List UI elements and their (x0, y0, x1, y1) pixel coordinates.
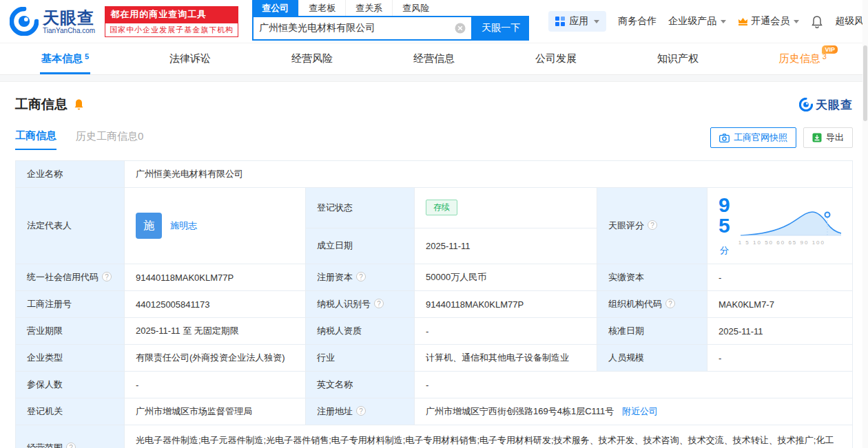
tab-label: 知识产权 (657, 52, 699, 65)
apps-menu-label: 应用 (569, 15, 588, 28)
official-snapshot-button[interactable]: 工商官网快照 (710, 127, 796, 148)
help-icon[interactable]: ? (648, 220, 657, 230)
header-menu: 应用 商务合作 企业级产品 开通会员 超级风... (548, 11, 868, 32)
help-icon[interactable]: ? (102, 272, 112, 281)
org-code-label: 组织机构代码 (608, 299, 662, 309)
score-unit: 分 (720, 245, 729, 255)
tab-intellectual-property[interactable]: 知识产权 (656, 43, 700, 74)
scrollbar[interactable] (862, 0, 868, 448)
search-tab-risk[interactable]: 查风险 (392, 0, 439, 16)
help-icon[interactable]: ? (356, 272, 366, 281)
clear-icon[interactable] (455, 23, 466, 34)
tianyancha-logo[interactable]: 天眼查 TianYanCha.com (10, 7, 95, 36)
menu-vip[interactable]: 开通会员 (738, 15, 799, 28)
tab-operation-info[interactable]: 经营信息 (412, 43, 456, 74)
search-box (252, 16, 473, 41)
reg-capital-label-cell: 注册资本? (306, 264, 415, 291)
chevron-down-icon (721, 20, 726, 23)
section-divider (0, 75, 868, 82)
tab-label: 经营风险 (291, 52, 333, 65)
tab-label: 历史信息 (779, 52, 820, 65)
legal-rep-link[interactable]: 施明志 (170, 220, 197, 232)
notification-bell-icon[interactable] (811, 15, 823, 28)
chevron-down-icon (794, 20, 799, 23)
scrollbar-thumb[interactable] (863, 45, 867, 121)
menu-cooperation[interactable]: 商务合作 (618, 15, 657, 28)
score-number: 95 (719, 193, 730, 237)
business-info-table: 企业名称 广州恒美光电材料有限公司 法定代表人 施 施明志 登记状态 存续 天眼… (15, 160, 853, 448)
reg-status-label: 登记状态 (306, 188, 415, 228)
legal-rep-label: 法定代表人 (16, 188, 125, 264)
reg-number-value: 440125005841173 (125, 291, 306, 318)
top-header: 天眼查 TianYanCha.com 都在用的商业查询工具 国家中小企业发展子基… (0, 0, 868, 43)
menu-enterprise[interactable]: 企业级产品 (668, 15, 726, 28)
tab-legal-litigation[interactable]: 法律诉讼 (168, 43, 212, 74)
score-sparkline: 1 5 10 50 60 65 90 100 (738, 206, 843, 246)
tab-count: 5 (85, 52, 89, 61)
menu-enterprise-label: 企业级产品 (668, 15, 716, 28)
tianyancha-watermark: 天眼查 (799, 97, 853, 113)
tab-basic-info[interactable]: 基本信息5 (40, 43, 90, 74)
search-tab-boss[interactable]: 查老板 (298, 0, 345, 16)
apps-menu[interactable]: 应用 (548, 11, 606, 32)
brand-name: 天眼查 (43, 9, 95, 27)
search-input[interactable] (259, 23, 455, 34)
apps-grid-icon (555, 17, 565, 26)
crown-icon (738, 17, 748, 26)
status-badge: 存续 (426, 200, 457, 215)
help-icon[interactable]: ? (356, 406, 366, 416)
company-name-value: 广州恒美光电材料有限公司 (125, 161, 853, 188)
tab-operation-risk[interactable]: 经营风险 (290, 43, 334, 74)
score-cell: 95分 1 5 10 50 60 65 90 100 (707, 188, 853, 264)
insured-count-value: - (125, 372, 306, 398)
export-button[interactable]: 导出 (803, 127, 853, 148)
tianyancha-eye-icon (799, 98, 813, 111)
slogan-line1: 都在用的商业查询工具 (105, 6, 238, 23)
help-icon[interactable]: ? (66, 442, 76, 448)
search-tab-relation[interactable]: 查关系 (345, 0, 392, 16)
snapshot-button-label: 工商官网快照 (734, 131, 787, 144)
score-curve-chart (738, 206, 843, 237)
english-name-label: 英文名称 (306, 372, 415, 398)
reg-address-cell: 广州市增城区宁西街创强路169号4栋1层C111号 附近公司 (415, 398, 853, 425)
taxpayer-id-label: 纳税人识别号 (317, 299, 371, 309)
search-block: 查公司 查老板 查关系 查风险 天眼一下 (252, 0, 529, 41)
score-value: 95分 (719, 195, 730, 257)
reg-authority-value: 广州市增城区市场监督管理局 (125, 398, 306, 425)
tab-count: 3 (823, 52, 827, 61)
chevron-down-icon (594, 20, 599, 23)
subtab-business-info[interactable]: 工商信息 (15, 129, 56, 150)
credit-code-value: 91440118MAK0KLM77P (125, 264, 306, 291)
credit-code-label-cell: 统一社会信用代码? (16, 264, 125, 291)
search-tab-company[interactable]: 查公司 (252, 0, 298, 16)
notice-bell-icon[interactable] (73, 98, 85, 111)
approval-date-value: 2025-11-11 (707, 318, 853, 345)
org-code-value: MAK0KLM7-7 (707, 291, 853, 318)
business-info-subtabs: 工商信息 历史工商信息0 工商官网快照 导出 (15, 127, 853, 152)
reg-capital-value: 50000万人民币 (415, 264, 597, 291)
english-name-value: - (415, 372, 853, 398)
tab-history-info[interactable]: VIP 历史信息3 (778, 43, 828, 74)
business-term-label: 营业期限 (16, 318, 125, 345)
score-axis-ticks: 1 5 10 50 60 65 90 100 (738, 239, 843, 246)
est-date-value: 2025-11-11 (415, 228, 597, 264)
nearby-companies-link[interactable]: 附近公司 (622, 406, 658, 416)
company-name-label: 企业名称 (16, 161, 125, 188)
legal-rep-avatar[interactable]: 施 (136, 213, 162, 239)
company-type-value: 有限责任公司(外商投资企业法人独资) (125, 345, 306, 372)
score-label: 天眼评分 (608, 220, 644, 231)
subtab-history-business-info[interactable]: 历史工商信息0 (76, 130, 143, 149)
menu-cooperation-label: 商务合作 (618, 15, 657, 28)
help-icon[interactable]: ? (665, 299, 675, 308)
industry-label: 行业 (306, 345, 415, 372)
watermark-label: 天眼查 (816, 97, 853, 113)
slogan-badge: 都在用的商业查询工具 国家中小企业发展子基金旗下机构 (105, 6, 238, 37)
help-icon[interactable]: ? (374, 299, 384, 308)
score-label-cell: 天眼评分? (597, 188, 707, 264)
tab-company-development[interactable]: 公司发展 (534, 43, 578, 74)
tab-label: 基本信息 (41, 52, 83, 65)
paid-capital-label: 实缴资本 (597, 264, 707, 291)
search-button[interactable]: 天眼一下 (473, 16, 529, 41)
company-nav-tabs: 基本信息5 法律诉讼 经营风险 经营信息 公司发展 知识产权 VIP 历史信息3 (0, 43, 868, 75)
est-date-label: 成立日期 (306, 228, 415, 264)
